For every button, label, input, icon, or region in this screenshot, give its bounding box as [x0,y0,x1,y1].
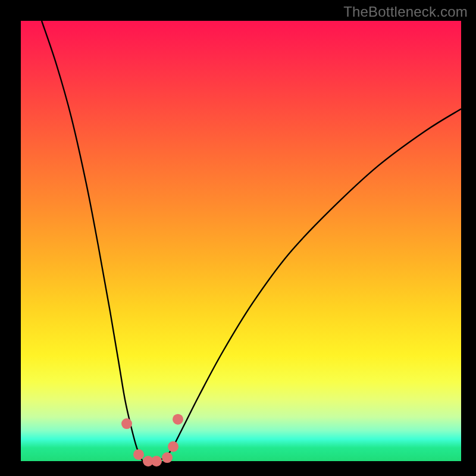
data-point [173,414,183,425]
curve-layer [21,21,461,461]
data-point [133,449,144,460]
data-point [162,452,173,463]
plot-area [21,21,461,461]
bottleneck-curve [42,21,461,462]
data-point [151,456,162,466]
chart-frame: TheBottleneck.com [0,0,476,476]
data-point [121,418,132,429]
watermark-text: TheBottleneck.com [343,4,468,20]
data-point [168,441,178,452]
marker-group [121,414,183,466]
